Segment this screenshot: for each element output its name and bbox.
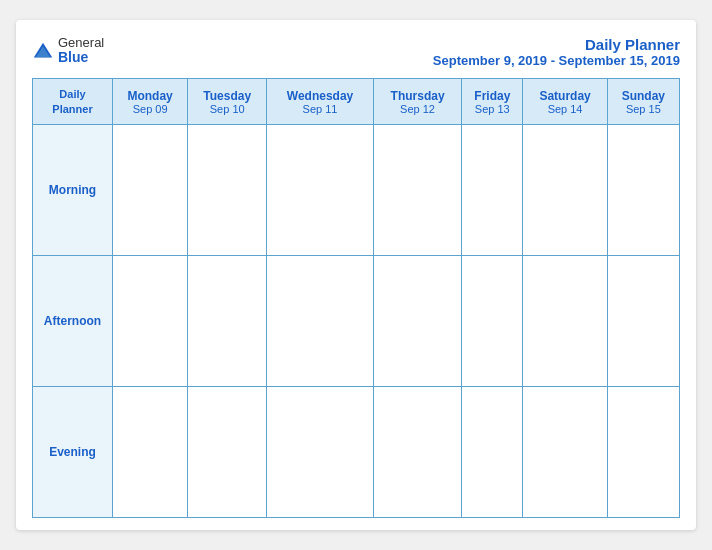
- logo-icon: [32, 41, 54, 63]
- logo-blue-text: Blue: [58, 50, 104, 65]
- cell-afternoon-thursday[interactable]: [373, 256, 461, 387]
- row-morning: Morning: [33, 125, 680, 256]
- col-header-saturday: Saturday Sep 14: [523, 79, 607, 125]
- col-header-wednesday: Wednesday Sep 11: [267, 79, 374, 125]
- planner-title: Daily Planner: [433, 36, 680, 53]
- planner-container: General Blue Daily Planner September 9, …: [16, 20, 696, 530]
- cell-morning-tuesday[interactable]: [188, 125, 267, 256]
- col-header-thursday: Thursday Sep 12: [373, 79, 461, 125]
- header: General Blue Daily Planner September 9, …: [32, 36, 680, 68]
- cell-morning-friday[interactable]: [462, 125, 523, 256]
- cell-evening-saturday[interactable]: [523, 387, 607, 518]
- cell-morning-monday[interactable]: [113, 125, 188, 256]
- cell-evening-wednesday[interactable]: [267, 387, 374, 518]
- logo-text: General Blue: [58, 36, 104, 66]
- cell-morning-sunday[interactable]: [607, 125, 679, 256]
- cell-evening-tuesday[interactable]: [188, 387, 267, 518]
- row-evening: Evening: [33, 387, 680, 518]
- calendar-table: Daily Planner Monday Sep 09 Tuesday Sep …: [32, 78, 680, 518]
- title-area: Daily Planner September 9, 2019 - Septem…: [433, 36, 680, 68]
- planner-date-range: September 9, 2019 - September 15, 2019: [433, 53, 680, 68]
- cell-afternoon-saturday[interactable]: [523, 256, 607, 387]
- row-label-evening: Evening: [33, 387, 113, 518]
- cell-afternoon-sunday[interactable]: [607, 256, 679, 387]
- header-label-col: Daily Planner: [33, 79, 113, 125]
- cell-afternoon-tuesday[interactable]: [188, 256, 267, 387]
- logo-area: General Blue: [32, 36, 104, 66]
- cell-evening-thursday[interactable]: [373, 387, 461, 518]
- col-header-tuesday: Tuesday Sep 10: [188, 79, 267, 125]
- cell-evening-monday[interactable]: [113, 387, 188, 518]
- row-afternoon: Afternoon: [33, 256, 680, 387]
- col-header-friday: Friday Sep 13: [462, 79, 523, 125]
- col-header-monday: Monday Sep 09: [113, 79, 188, 125]
- cell-evening-friday[interactable]: [462, 387, 523, 518]
- cell-morning-wednesday[interactable]: [267, 125, 374, 256]
- cell-morning-saturday[interactable]: [523, 125, 607, 256]
- cell-afternoon-wednesday[interactable]: [267, 256, 374, 387]
- cell-afternoon-friday[interactable]: [462, 256, 523, 387]
- logo-general-text: General: [58, 36, 104, 50]
- col-header-sunday: Sunday Sep 15: [607, 79, 679, 125]
- row-label-morning: Morning: [33, 125, 113, 256]
- cell-evening-sunday[interactable]: [607, 387, 679, 518]
- cell-afternoon-monday[interactable]: [113, 256, 188, 387]
- header-row: Daily Planner Monday Sep 09 Tuesday Sep …: [33, 79, 680, 125]
- row-label-afternoon: Afternoon: [33, 256, 113, 387]
- cell-morning-thursday[interactable]: [373, 125, 461, 256]
